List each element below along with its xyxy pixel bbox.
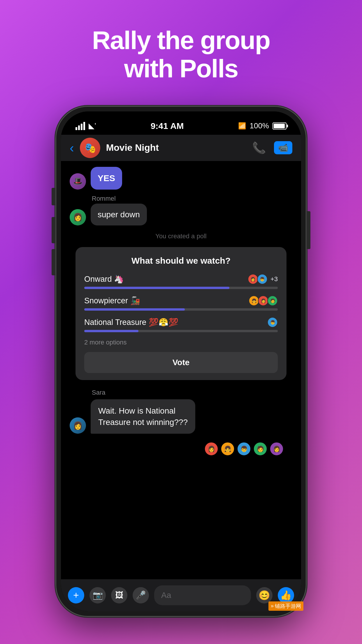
reaction-avatar-2: 👧 [221,442,235,456]
sara-section: Sara 👩 Wait. How is NationalTreasure not… [70,389,292,434]
signal-bar-3 [81,124,82,130]
mic-button[interactable]: 🎤 [133,587,149,603]
signal-bar-1 [75,127,77,130]
phone-screen: ◣’ 9:41 AM 📶 100% ‹ 🎭 Movie Night [61,111,301,611]
poll-option-snowpiercer[interactable]: Snowpiercer 🚂 👧 👩 🧑 [84,295,278,311]
yes-bubble: YES [91,167,122,190]
sara-bubble: Wait. How is NationalTreasure not winnin… [91,399,195,434]
reaction-avatar-1: 👩 [204,442,218,456]
poll-voters-nt: 👦 [267,317,278,328]
phone-mockup: ◣’ 9:41 AM 📶 100% ‹ 🎭 Movie Night [56,106,306,617]
bluetooth-icon: 📶 [238,122,246,130]
watermark: » 铺路手游网 [268,601,303,611]
gallery-button[interactable]: 🖼 [111,587,127,603]
poll-option-header-nt: National Treasure 💯😤💯 👦 [84,317,278,328]
text-input[interactable]: Aa [154,585,251,605]
msg-content-rommel: Rommel super down [91,195,147,225]
super-down-bubble: super down [91,204,147,225]
msg-content-yes: YES [91,167,122,190]
poll-option-onward[interactable]: Onward 🦄 👩 👦 +3 [84,274,278,289]
video-call-icon[interactable]: 📹 [274,141,292,154]
signal-bar-2 [78,125,80,130]
status-left: ◣’ [75,121,96,130]
voter-avatar-5: 🧑 [267,295,278,306]
reactions-row: 👩 👧 👦 🧑 👩 [70,442,292,456]
poll-voters-snowpiercer: 👧 👩 🧑 [249,295,278,306]
poll-title: What should we watch? [84,256,278,266]
msg-avatar-sara: 👩 [70,417,86,434]
poll-bar-fill-onward [84,287,229,289]
poll-voters-onward: 👩 👦 +3 [248,274,278,284]
voter-avatar-3: 👧 [249,295,259,306]
side-button-mute [52,188,56,205]
side-button-vol-up [52,217,56,243]
phone-call-icon[interactable]: 📞 [252,141,266,154]
back-button[interactable]: ‹ [70,141,74,155]
input-bar: + 📷 🖼 🎤 Aa 😊 👍 [61,579,301,611]
poll-more-options[interactable]: 2 more options [84,339,278,346]
poll-bar-bg-snowpiercer [84,308,278,311]
voter-avatar-2: 👦 [257,274,268,284]
voter-avatar-6: 👦 [267,317,278,328]
poll-bar-fill-snowpiercer [84,308,185,311]
reaction-avatar-5: 👩 [270,442,284,456]
message-row-yes: 🎩 YES [70,167,292,190]
sara-name: Sara [91,389,292,396]
system-message: You created a poll [70,232,292,240]
msg-avatar-rommel: 👩 [70,209,86,225]
like-button[interactable]: 👍 [278,587,294,603]
battery-icon [273,123,287,130]
battery-percentage: 100% [249,121,269,130]
chat-header: ‹ 🎭 Movie Night 📞 📹 [61,135,301,161]
reaction-avatar-4: 🧑 [253,442,267,456]
battery-fill [274,124,285,128]
voter-avatar-4: 👩 [258,295,268,306]
wifi-icon: ◣’ [89,121,96,130]
emoji-button[interactable]: 😊 [256,587,273,603]
input-placeholder: Aa [161,591,171,600]
poll-bar-fill-nt [84,330,138,332]
hero-line2: with Polls [124,54,238,83]
poll-bar-bg-onward [84,287,278,289]
poll-option-label-onward: Onward 🦄 [84,274,124,284]
status-bar: ◣’ 9:41 AM 📶 100% [61,111,301,135]
poll-card: What should we watch? Onward 🦄 👩 👦 +3 [75,247,287,380]
voter-avatar-1: 👩 [248,274,258,284]
rommel-name: Rommel [91,195,147,202]
group-name: Movie Night [106,142,246,153]
voter-count-onward: +3 [270,275,278,283]
reaction-avatar-3: 👦 [237,442,251,456]
poll-option-header-onward: Onward 🦄 👩 👦 +3 [84,274,278,284]
side-button-power [306,211,310,249]
watermark-icon: » [271,603,274,609]
super-down-text: super down [98,210,140,219]
chat-area: 🎩 YES 👩 Rommel super down [61,161,301,579]
poll-option-national-treasure[interactable]: National Treasure 💯😤💯 👦 [84,317,278,332]
side-button-vol-down [52,249,56,275]
vote-button[interactable]: Vote [84,352,278,373]
signal-bars [75,122,85,130]
add-button[interactable]: + [68,587,84,603]
hero-text: Rally the group with Polls [69,0,294,83]
signal-bar-4 [83,122,85,130]
poll-option-label-nt: National Treasure 💯😤💯 [84,318,178,327]
poll-option-label-snowpiercer: Snowpiercer 🚂 [84,296,140,305]
group-avatar: 🎭 [80,138,100,158]
status-right: 📶 100% [238,121,287,130]
watermark-text: 铺路手游网 [275,603,301,610]
camera-button[interactable]: 📷 [89,587,106,603]
msg-avatar-user1: 🎩 [70,173,86,190]
poll-bar-bg-nt [84,330,278,332]
phone-body: ◣’ 9:41 AM 📶 100% ‹ 🎭 Movie Night [56,106,306,617]
poll-option-header-snowpiercer: Snowpiercer 🚂 👧 👩 🧑 [84,295,278,306]
status-time: 9:41 AM [151,121,184,131]
header-actions: 📞 📹 [252,141,292,154]
message-row-super-down: 👩 Rommel super down [70,195,292,225]
hero-line1: Rally the group [92,26,270,55]
sara-message-row: 👩 Wait. How is NationalTreasure not winn… [70,399,292,434]
